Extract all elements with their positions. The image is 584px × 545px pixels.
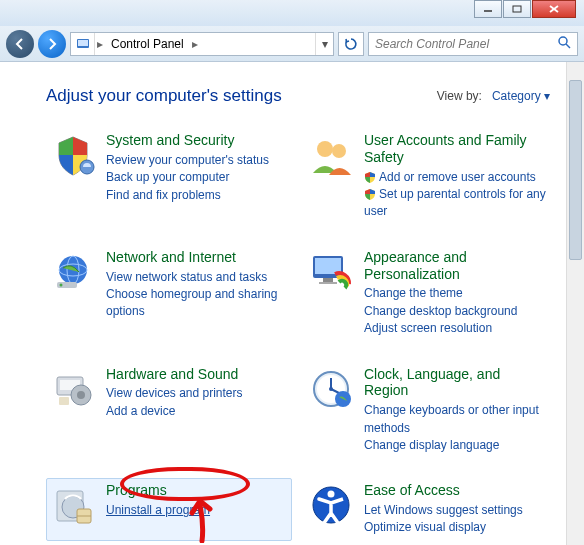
category-link[interactable]: Uninstall a program (106, 502, 210, 519)
category-link[interactable]: Change display language (364, 437, 546, 454)
category-hardware-sound: Hardware and SoundView devices and print… (46, 362, 292, 459)
window-titlebar (0, 0, 584, 26)
content-area: Adjust your computer's settings View by:… (0, 62, 566, 545)
category-system-security: System and SecurityReview your computer'… (46, 128, 292, 225)
chevron-down-icon: ▾ (544, 89, 550, 103)
appearance-icon[interactable] (308, 249, 354, 295)
category-title[interactable]: Hardware and Sound (106, 366, 243, 383)
svg-point-10 (332, 144, 346, 158)
category-user-accounts: User Accounts and Family SafetyAdd or re… (304, 128, 550, 225)
search-placeholder: Search Control Panel (375, 37, 489, 51)
uac-shield-icon (364, 171, 376, 183)
category-link[interactable]: Add or remove user accounts (364, 169, 546, 186)
chevron-right-icon: ▸ (190, 37, 200, 51)
svg-rect-5 (78, 40, 88, 46)
category-link[interactable]: Change desktop background (364, 303, 546, 320)
uac-shield-icon (364, 188, 376, 200)
category-link[interactable]: Optimize visual display (364, 519, 523, 536)
category-title[interactable]: Network and Internet (106, 249, 288, 266)
search-icon (557, 35, 571, 52)
scrollbar-thumb[interactable] (569, 80, 582, 260)
svg-rect-1 (513, 6, 521, 12)
network-internet-icon[interactable] (50, 249, 96, 295)
category-link[interactable]: Choose homegroup and sharing options (106, 286, 288, 321)
category-appearance: Appearance and PersonalizationChange the… (304, 245, 550, 342)
refresh-button[interactable] (338, 32, 364, 56)
category-title[interactable]: Clock, Language, and Region (364, 366, 546, 400)
category-link[interactable]: Change keyboards or other input methods (364, 402, 546, 437)
svg-rect-18 (323, 278, 333, 282)
system-security-icon[interactable] (50, 132, 96, 178)
svg-line-7 (566, 44, 570, 48)
category-ease-of-access: Ease of AccessLet Windows suggest settin… (304, 478, 550, 541)
category-programs: ProgramsUninstall a program (46, 478, 292, 541)
category-title[interactable]: Appearance and Personalization (364, 249, 546, 283)
view-by-control: View by: Category ▾ (437, 89, 550, 103)
search-input[interactable]: Search Control Panel (368, 32, 578, 56)
chevron-right-icon: ▸ (95, 37, 105, 51)
svg-point-9 (317, 141, 333, 157)
svg-point-30 (329, 387, 333, 391)
page-title: Adjust your computer's settings (46, 86, 282, 106)
category-link[interactable]: Find and fix problems (106, 187, 269, 204)
minimize-button[interactable] (474, 0, 502, 18)
category-title[interactable]: Ease of Access (364, 482, 523, 499)
category-network-internet: Network and InternetView network status … (46, 245, 292, 342)
svg-point-24 (77, 391, 85, 399)
breadcrumb-dropdown[interactable]: ▾ (315, 33, 333, 55)
category-clock-region: Clock, Language, and RegionChange keyboa… (304, 362, 550, 459)
svg-point-15 (60, 283, 63, 286)
svg-point-6 (559, 37, 567, 45)
user-accounts-icon[interactable] (308, 132, 354, 178)
view-by-dropdown[interactable]: Category ▾ (492, 89, 550, 103)
control-panel-icon (71, 33, 95, 55)
category-link[interactable]: View network status and tasks (106, 269, 288, 286)
back-button[interactable] (6, 30, 34, 58)
category-link[interactable]: View devices and printers (106, 385, 243, 402)
forward-button[interactable] (38, 30, 66, 58)
svg-rect-19 (319, 282, 337, 284)
category-link[interactable]: Back up your computer (106, 169, 269, 186)
category-title[interactable]: System and Security (106, 132, 269, 149)
category-title[interactable]: Programs (106, 482, 210, 499)
ease-of-access-icon[interactable] (308, 482, 354, 528)
breadcrumb-location[interactable]: Control Panel (105, 37, 190, 51)
programs-icon[interactable] (50, 482, 96, 528)
category-link[interactable]: Set up parental controls for any user (364, 186, 546, 221)
hardware-sound-icon[interactable] (50, 366, 96, 412)
maximize-button[interactable] (503, 0, 531, 18)
category-link[interactable]: Add a device (106, 403, 243, 420)
view-by-label: View by: (437, 89, 482, 103)
clock-region-icon[interactable] (308, 366, 354, 412)
category-link[interactable]: Change the theme (364, 285, 546, 302)
category-title[interactable]: User Accounts and Family Safety (364, 132, 546, 166)
svg-point-38 (328, 491, 335, 498)
close-button[interactable] (532, 0, 576, 18)
category-link[interactable]: Let Windows suggest settings (364, 502, 523, 519)
vertical-scrollbar[interactable] (566, 62, 584, 545)
svg-rect-25 (59, 397, 69, 405)
navigation-bar: ▸ Control Panel ▸ ▾ Search Control Panel (0, 26, 584, 62)
category-link[interactable]: Adjust screen resolution (364, 320, 546, 337)
category-link[interactable]: Review your computer's status (106, 152, 269, 169)
breadcrumb[interactable]: ▸ Control Panel ▸ ▾ (70, 32, 334, 56)
